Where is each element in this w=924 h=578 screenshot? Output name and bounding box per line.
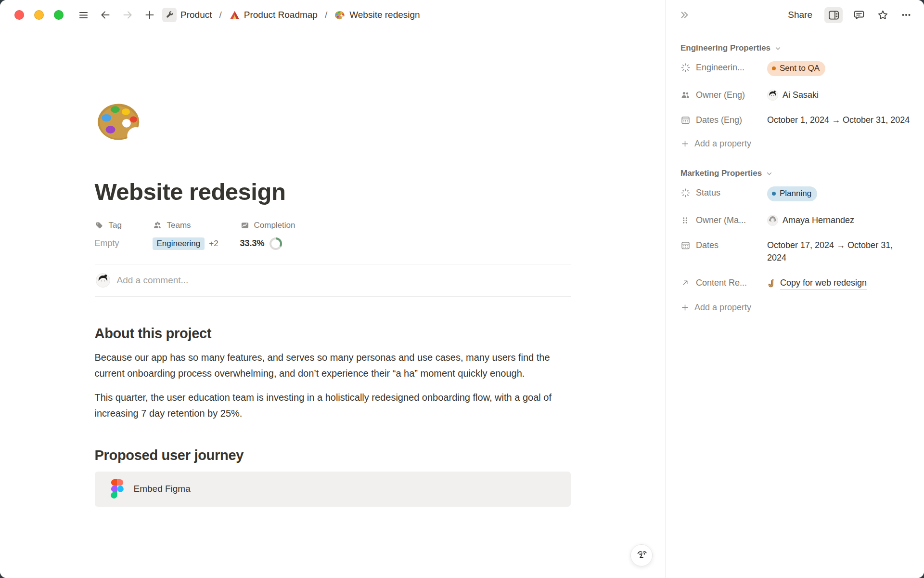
notion-ai-button[interactable]: [630, 544, 653, 566]
status-pill-label: Sent to QA: [780, 62, 820, 75]
wrench-icon: [162, 8, 177, 22]
add-property-marketing[interactable]: Add a property: [680, 296, 912, 319]
prop-value-teams[interactable]: Engineering +2: [153, 237, 240, 250]
ai-face-icon: [634, 548, 649, 563]
linked-page-title[interactable]: Copy for web redesign: [780, 276, 867, 290]
chart-icon: [240, 221, 250, 230]
property-label: Owner (Eng): [696, 89, 767, 101]
forward-button[interactable]: [120, 8, 135, 22]
status-pill-planning[interactable]: Planning: [767, 186, 817, 201]
people-icon: [680, 89, 696, 101]
hook-icon: [767, 278, 776, 289]
property-label: Dates: [696, 239, 767, 251]
traffic-lights: [14, 10, 64, 20]
avatar-amaya-hernandez: [767, 215, 778, 226]
prop-value-tag[interactable]: Empty: [95, 237, 153, 250]
notion-window: Product / Product Roadmap /: [0, 0, 924, 578]
user-avatar: [96, 273, 110, 288]
property-row-status[interactable]: Status Planning: [680, 180, 912, 208]
favorite-button[interactable]: [875, 8, 890, 22]
page-title: Website redesign: [95, 179, 571, 205]
back-button[interactable]: [98, 8, 113, 22]
panel-actions: Share: [785, 7, 913, 23]
toggle-side-panel-button[interactable]: [824, 7, 843, 23]
more-icon: [900, 9, 912, 21]
person-name: Amaya Hernandez: [783, 214, 854, 226]
section-title: Engineering Properties: [680, 43, 770, 53]
page-properties: Tag Teams Completion Empty Engineerin: [95, 221, 571, 250]
tent-icon: [229, 10, 240, 21]
property-label: Engineerin...: [696, 61, 767, 74]
new-page-button[interactable]: [142, 8, 157, 22]
breadcrumb-label: Product Roadmap: [244, 10, 318, 20]
breadcrumb-separator: /: [324, 10, 328, 20]
breadcrumb-item-website-redesign[interactable]: Website redesign: [332, 8, 422, 22]
breadcrumb-label: Product: [180, 10, 212, 20]
sidebar-menu-button[interactable]: [76, 8, 90, 22]
hamburger-icon: [78, 10, 89, 21]
close-window-button[interactable]: [14, 10, 24, 20]
chevron-down-icon: [774, 44, 782, 53]
page-icon-palette[interactable]: [96, 100, 571, 144]
section-engineering-properties[interactable]: Engineering Properties: [680, 43, 912, 53]
person-value[interactable]: Ai Sasaki: [767, 89, 912, 101]
star-icon: [877, 9, 889, 21]
date-range-value[interactable]: October 17, 2024 → October 31, 2024: [767, 239, 912, 264]
property-row-owner-eng[interactable]: Owner (Eng) Ai Sasaki: [680, 82, 912, 107]
property-row-owner-marketing[interactable]: Owner (Ma... Amaya Hernandez: [680, 208, 912, 233]
comment-input[interactable]: Add a comment...: [117, 275, 570, 286]
about-heading: About this project: [95, 326, 571, 342]
status-burst-icon: [680, 186, 696, 199]
minimize-window-button[interactable]: [34, 10, 44, 20]
comment-row: Add a comment...: [95, 264, 571, 296]
drag-handle-icon[interactable]: [680, 214, 696, 226]
more-options-button[interactable]: [899, 8, 913, 22]
zoom-window-button[interactable]: [54, 10, 64, 20]
prop-label-tag[interactable]: Tag: [95, 221, 153, 230]
plus-icon: [144, 9, 155, 21]
prop-label-completion[interactable]: Completion: [240, 221, 571, 230]
engineering-tag[interactable]: Engineering: [153, 237, 205, 250]
about-paragraph-1: Because our app has so many features, an…: [95, 350, 571, 381]
status-pill-label: Planning: [780, 187, 811, 200]
property-row-dates[interactable]: Dates October 17, 2024 → October 31, 202…: [680, 233, 912, 270]
share-button[interactable]: Share: [785, 8, 815, 22]
divider: [95, 296, 571, 297]
section-title: Marketing Properties: [680, 169, 762, 178]
property-label: Content Re...: [696, 276, 767, 289]
journey-heading: Proposed user journey: [95, 447, 571, 463]
embed-figma-block[interactable]: Embed Figma: [95, 472, 571, 507]
tag-icon: [95, 221, 104, 230]
palette-icon: [334, 10, 346, 20]
date-range-value[interactable]: October 1, 2024 → October 31, 2024: [767, 114, 912, 126]
collapse-panel-button[interactable]: [677, 8, 692, 22]
property-row-dates-eng[interactable]: Dates (Eng) October 1, 2024 → October 31…: [680, 107, 912, 132]
section-marketing-properties[interactable]: Marketing Properties: [680, 169, 912, 178]
add-property-label: Add a property: [694, 302, 751, 313]
plus-icon: [680, 303, 690, 312]
prop-label-teams[interactable]: Teams: [153, 221, 240, 230]
person-value[interactable]: Amaya Hernandez: [767, 214, 912, 226]
status-dot: [772, 66, 776, 70]
completion-percent: 33.3%: [240, 238, 265, 249]
figma-icon: [111, 479, 124, 499]
calendar-icon: [680, 239, 696, 251]
embed-figma-label: Embed Figma: [134, 484, 191, 494]
main-area: Product / Product Roadmap /: [0, 0, 665, 578]
properties-panel: Share Engineering Properties: [665, 0, 924, 578]
prop-value-completion[interactable]: 33.3%: [240, 237, 571, 250]
breadcrumb-item-product[interactable]: Product: [160, 6, 214, 24]
property-row-engineering-status[interactable]: Engineerin... Sent to QA: [680, 55, 912, 82]
status-pill-sent-to-qa[interactable]: Sent to QA: [767, 61, 825, 76]
breadcrumb: Product / Product Roadmap /: [160, 6, 423, 24]
breadcrumb-item-product-roadmap[interactable]: Product Roadmap: [227, 8, 320, 22]
linked-page-value[interactable]: Copy for web redesign: [767, 276, 912, 290]
panel-topbar: Share: [666, 0, 924, 30]
comments-button[interactable]: [852, 8, 866, 22]
plus-icon: [680, 139, 690, 148]
side-panel-icon: [828, 10, 839, 20]
add-property-engineering[interactable]: Add a property: [680, 132, 912, 155]
property-row-content-request[interactable]: Content Re... Copy for web redesign: [680, 270, 912, 296]
status-burst-icon: [680, 61, 696, 74]
property-label: Owner (Ma...: [696, 214, 767, 226]
